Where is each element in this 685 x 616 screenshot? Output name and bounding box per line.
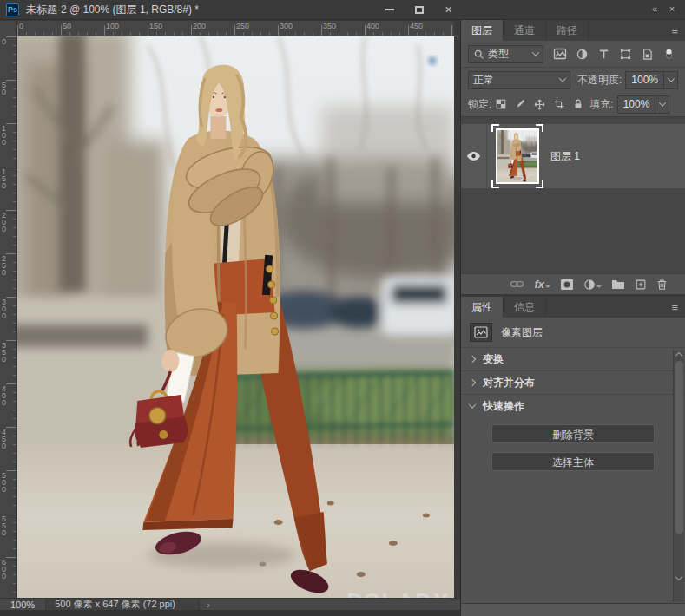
search-icon <box>473 49 484 60</box>
ruler-top[interactable]: 050100150200250300350400450 <box>17 21 454 36</box>
dock-bottom-edge <box>461 603 685 616</box>
menu-icon: ≡ <box>671 24 678 37</box>
chevron-down-icon <box>667 75 674 82</box>
section-transform[interactable]: 变换 <box>461 347 685 370</box>
chevron-right-icon <box>469 379 476 386</box>
panel-dock: 图层 通道 路径 ≡ 类型 正常 <box>460 20 685 616</box>
tab-info[interactable]: 信息 <box>504 297 546 318</box>
minimize-icon <box>385 9 394 10</box>
status-expand-button[interactable]: › <box>200 600 217 610</box>
ruler-left[interactable]: 050100150200250300350400450500550600 <box>0 36 17 598</box>
selection-corner <box>536 124 543 132</box>
layer-filter-type-select[interactable]: 类型 <box>468 45 543 63</box>
photoshop-window: Ps 未标题-2 @ 100% (图层 1, RGB/8#) * × « × 0… <box>0 0 685 616</box>
select-subject-button[interactable]: 选择主体 <box>491 452 655 471</box>
layer-name[interactable]: 图层 1 <box>550 149 580 164</box>
opacity-dropdown-button[interactable] <box>664 71 678 89</box>
shape-layer-filter-icon[interactable] <box>616 44 635 63</box>
pixel-layer-icon <box>470 323 492 342</box>
blend-mode-select[interactable]: 正常 <box>468 71 570 89</box>
chevron-down-icon <box>532 49 539 56</box>
close-icon: × <box>445 3 451 16</box>
document-canvas[interactable] <box>17 36 454 598</box>
layer-type-label: 像素图层 <box>501 325 543 340</box>
tab-channels[interactable]: 通道 <box>504 20 546 41</box>
tab-paths[interactable]: 路径 <box>546 20 589 41</box>
layer-thumbnail[interactable] <box>496 128 539 184</box>
ruler-label: 400 <box>366 22 379 30</box>
layer-visibility-toggle[interactable] <box>461 124 487 188</box>
section-quick-actions[interactable]: 快速操作 <box>461 394 685 417</box>
maximize-icon <box>415 6 424 14</box>
chevron-right-icon <box>469 356 476 363</box>
ruler-label: 0 <box>2 38 8 45</box>
ruler-corner[interactable] <box>0 21 17 36</box>
adjustment-layer-button[interactable] <box>583 279 602 291</box>
photo-image <box>17 36 454 598</box>
lock-row: 锁定: 填充: 100% <box>461 92 685 116</box>
ruler-label: 600 <box>2 559 8 580</box>
scroll-down-icon[interactable] <box>675 573 682 580</box>
selection-corner <box>491 124 499 132</box>
smart-object-filter-icon[interactable] <box>637 44 656 63</box>
fill-value-field[interactable]: 100% <box>617 95 656 114</box>
adjustment-layer-filter-icon[interactable] <box>572 44 591 63</box>
section-label: 变换 <box>483 352 504 367</box>
properties-scrollbar[interactable] <box>673 351 684 602</box>
layer-mask-button[interactable] <box>560 279 574 291</box>
close-icon: × <box>669 3 675 14</box>
lock-all-icon[interactable] <box>572 98 584 110</box>
link-layers-icon[interactable] <box>510 279 524 290</box>
section-align-distribute[interactable]: 对齐并分布 <box>461 370 685 394</box>
properties-panel-menu-button[interactable]: ≡ <box>671 297 678 318</box>
opacity-value-field[interactable]: 100% <box>625 71 664 89</box>
pixel-layer-filter-icon[interactable] <box>550 44 570 63</box>
collapse-panels-button[interactable]: « <box>648 2 662 16</box>
layer-group-button[interactable] <box>611 279 625 290</box>
layer-filter-toggle[interactable] <box>659 44 678 63</box>
blend-mode-value: 正常 <box>473 73 560 88</box>
delete-layer-button[interactable] <box>656 279 668 291</box>
mini-arrow-icon <box>545 285 550 288</box>
ruler-label: 300 <box>280 22 293 30</box>
type-layer-filter-icon[interactable] <box>594 44 613 63</box>
document-size-info[interactable]: 500 像素 x 647 像素 (72 ppi) <box>45 599 200 610</box>
lock-label: 锁定: <box>468 97 491 112</box>
tab-layers[interactable]: 图层 <box>461 20 504 41</box>
tab-properties[interactable]: 属性 <box>461 297 504 318</box>
scroll-up-icon[interactable] <box>675 352 682 359</box>
adjustment-circle-icon <box>583 279 596 291</box>
selection-corner <box>491 180 499 188</box>
layers-footer-bar: fx <box>461 273 685 294</box>
fill-dropdown-button[interactable] <box>655 95 669 114</box>
blend-mode-row: 正常 不透明度: 100% <box>461 68 685 92</box>
new-layer-button[interactable] <box>635 279 647 291</box>
layer-style-button[interactable]: fx <box>534 278 550 291</box>
close-panel-group-button[interactable]: × <box>665 2 679 16</box>
zoom-level-field[interactable]: 100% <box>0 600 45 610</box>
remove-background-button[interactable]: 删除背景 <box>491 424 655 443</box>
ruler-label: 450 <box>2 429 8 449</box>
scrollbar-thumb[interactable] <box>675 361 683 534</box>
chevron-down-icon <box>559 75 566 82</box>
ruler-label: 300 <box>2 298 8 319</box>
ruler-label: 400 <box>2 385 8 406</box>
lock-pixels-icon[interactable] <box>514 98 526 110</box>
ruler-label: 500 <box>2 472 8 493</box>
ruler-label: 150 <box>2 168 8 189</box>
window-edge <box>0 610 460 616</box>
close-window-button[interactable]: × <box>434 0 463 19</box>
chevron-down-icon <box>469 401 476 408</box>
lock-position-icon[interactable] <box>533 98 546 111</box>
ruler-label: 550 <box>2 515 8 536</box>
minimize-button[interactable] <box>375 0 404 19</box>
ruler-label: 150 <box>149 22 162 30</box>
layer-row[interactable]: 图层 1 <box>461 124 685 188</box>
lock-transparency-icon[interactable] <box>495 98 507 110</box>
layers-panel-menu-button[interactable]: ≡ <box>671 20 678 41</box>
maximize-button[interactable] <box>405 0 433 19</box>
ruler-label: 50 <box>2 82 8 95</box>
layer-list[interactable]: 图层 1 <box>461 116 685 273</box>
lock-artboard-icon[interactable] <box>553 98 565 110</box>
fx-icon: fx <box>534 278 544 291</box>
